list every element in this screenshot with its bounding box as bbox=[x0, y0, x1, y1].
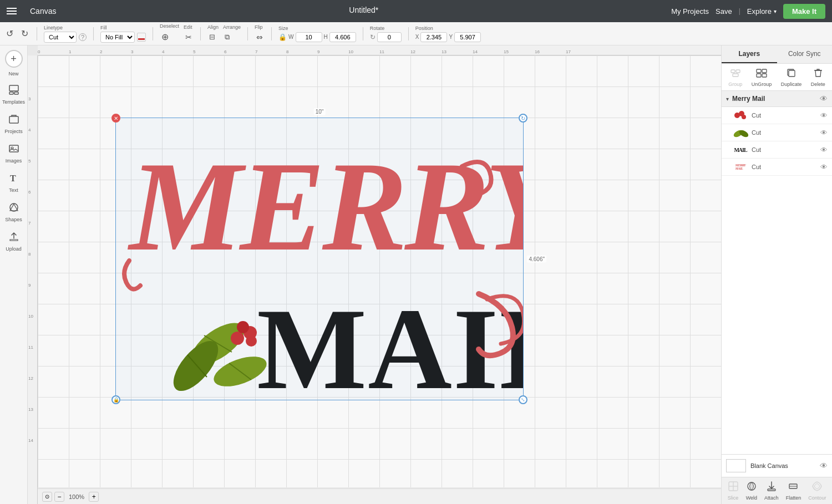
layer3-cut-label: Cut bbox=[752, 146, 817, 153]
sidebar-item-shapes[interactable]: Shapes bbox=[2, 198, 26, 226]
layers-list: ▾ Merry Mail 👁 Cut 👁 bbox=[722, 91, 832, 454]
layer1-visibility-icon[interactable]: 👁 bbox=[820, 111, 828, 120]
deselect-button[interactable]: ⊕ bbox=[160, 30, 170, 44]
panel-actions: Group UnGroup Duplicate Delete bbox=[722, 64, 832, 91]
delete-handle[interactable]: ✕ bbox=[111, 114, 120, 123]
layer-item-2[interactable]: Cut 👁 bbox=[722, 124, 832, 141]
my-projects-link[interactable]: My Projects bbox=[671, 7, 709, 16]
layer-item-3[interactable]: MAIL Cut 👁 bbox=[722, 141, 832, 159]
rotate-input[interactable] bbox=[377, 32, 402, 42]
ungroup-button[interactable]: UnGroup bbox=[752, 67, 772, 87]
linetype-select[interactable]: Cut Draw Score bbox=[44, 32, 77, 43]
shapes-label: Shapes bbox=[5, 217, 22, 222]
layer-group-header[interactable]: ▾ Merry Mail 👁 bbox=[722, 91, 832, 107]
text-label: Text bbox=[9, 187, 18, 193]
sidebar-item-text[interactable]: T Text bbox=[2, 169, 26, 196]
layer1-cut-label: Cut bbox=[752, 112, 817, 119]
arrange-button[interactable]: ⧉ bbox=[223, 31, 231, 43]
delete-button[interactable]: Delete bbox=[811, 67, 825, 87]
svg-rect-27 bbox=[762, 74, 767, 77]
text-icon: T bbox=[8, 172, 19, 186]
templates-icon bbox=[8, 84, 19, 98]
sidebar-item-images[interactable]: Images bbox=[2, 140, 26, 167]
sidebar-item-projects[interactable]: Projects bbox=[2, 110, 26, 138]
svg-rect-4 bbox=[9, 145, 18, 152]
layer-item-4[interactable]: MERRYMAIL Cut 👁 bbox=[722, 159, 832, 176]
fill-color-swatch[interactable] bbox=[137, 33, 146, 42]
fill-group: Fill No Fill Solid bbox=[100, 25, 146, 43]
right-panel: Layers Color Sync Group UnGroup bbox=[721, 45, 832, 504]
layer3-visibility-icon[interactable]: 👁 bbox=[820, 146, 828, 154]
deselect-label: Deselect bbox=[160, 23, 179, 29]
x-input[interactable] bbox=[420, 32, 447, 42]
svg-rect-24 bbox=[757, 69, 761, 73]
edit-button[interactable]: ✂ bbox=[184, 31, 194, 43]
undo-button[interactable]: ↺ bbox=[4, 27, 15, 40]
explore-btn[interactable]: Explore ▾ bbox=[747, 7, 777, 16]
flatten-button[interactable]: Flatten bbox=[786, 481, 801, 501]
hamburger-menu[interactable] bbox=[7, 6, 17, 16]
toolbar: ↺ ↻ Linetype Cut Draw Score ? Fill No Fi… bbox=[0, 22, 832, 45]
panel-tabs: Layers Color Sync bbox=[722, 45, 832, 64]
group-visibility-icon[interactable]: 👁 bbox=[820, 94, 828, 103]
svg-text:T: T bbox=[10, 174, 16, 183]
zoom-out-button[interactable]: − bbox=[54, 492, 64, 502]
info-icon: ? bbox=[79, 33, 87, 41]
canvas-area[interactable]: 0 1 2 3 4 5 6 7 8 9 10 11 12 13 14 15 16… bbox=[28, 45, 721, 504]
panel-bottom-actions: Slice Weld Attach bbox=[722, 477, 832, 504]
layer-thumb-3: MAIL bbox=[733, 144, 748, 155]
lock-icon[interactable]: 🔒 bbox=[278, 33, 287, 41]
artwork[interactable]: MERRY MAIL bbox=[118, 122, 523, 405]
align-button[interactable]: ⊟ bbox=[207, 31, 217, 43]
slice-button[interactable]: Slice bbox=[728, 481, 739, 501]
rotate-icon: ↻ bbox=[370, 33, 376, 41]
fill-select[interactable]: No Fill Solid bbox=[100, 32, 135, 43]
flatten-icon bbox=[788, 481, 799, 494]
zoom-fit-button[interactable]: ⊙ bbox=[42, 492, 52, 502]
group-button[interactable]: Group bbox=[728, 67, 742, 87]
svg-rect-21 bbox=[731, 70, 735, 73]
main-content: + New Templates Projects Images T Text bbox=[0, 45, 832, 504]
separator bbox=[408, 27, 409, 40]
separator bbox=[271, 27, 272, 40]
canvas-content[interactable]: MERRY MAIL bbox=[38, 55, 721, 487]
panel-bottom: Blank Canvas 👁 Slice Weld bbox=[722, 454, 832, 504]
height-input[interactable] bbox=[329, 32, 356, 42]
chevron-down-icon: ▾ bbox=[774, 8, 777, 14]
zoom-percentage: 100% bbox=[67, 493, 87, 500]
duplicate-button[interactable]: Duplicate bbox=[781, 67, 802, 87]
y-input[interactable] bbox=[454, 32, 481, 42]
svg-text:MAIL: MAIL bbox=[257, 284, 523, 405]
make-it-button[interactable]: Make It bbox=[783, 4, 825, 19]
tab-layers[interactable]: Layers bbox=[722, 45, 777, 63]
collapse-icon: ▾ bbox=[726, 96, 729, 102]
sidebar-item-upload[interactable]: Upload bbox=[2, 228, 26, 255]
width-input[interactable] bbox=[296, 32, 322, 42]
rotate-label: Rotate bbox=[370, 26, 385, 31]
flip-button[interactable]: ⇔ bbox=[255, 31, 265, 43]
separator bbox=[153, 27, 153, 40]
layer-thumb-1 bbox=[733, 110, 748, 121]
slice-icon bbox=[728, 481, 739, 494]
align-label: Align bbox=[207, 24, 219, 30]
tab-color-sync[interactable]: Color Sync bbox=[777, 45, 833, 63]
sidebar-item-templates[interactable]: Templates bbox=[2, 81, 26, 108]
group-name: Merry Mail bbox=[732, 95, 816, 103]
arrange-label: Arrange bbox=[223, 24, 241, 30]
layer-item-1[interactable]: Cut 👁 bbox=[722, 107, 832, 124]
weld-button[interactable]: Weld bbox=[746, 481, 757, 501]
rotate-handle[interactable]: ↻ bbox=[519, 114, 527, 123]
save-link[interactable]: Save bbox=[716, 7, 732, 16]
redo-button[interactable]: ↻ bbox=[19, 27, 30, 40]
new-button[interactable]: + bbox=[5, 50, 23, 68]
zoom-in-button[interactable]: + bbox=[89, 492, 99, 502]
svg-rect-22 bbox=[736, 70, 740, 73]
contour-button[interactable]: Contour bbox=[808, 481, 826, 501]
x-label: X bbox=[415, 34, 419, 40]
attach-button[interactable]: Attach bbox=[764, 481, 779, 501]
blank-canvas-visibility-icon[interactable]: 👁 bbox=[820, 461, 828, 470]
layer2-visibility-icon[interactable]: 👁 bbox=[820, 129, 828, 137]
position-group: Position X Y bbox=[415, 26, 481, 42]
layer4-cut-label: Cut bbox=[752, 164, 817, 170]
layer4-visibility-icon[interactable]: 👁 bbox=[820, 163, 828, 171]
